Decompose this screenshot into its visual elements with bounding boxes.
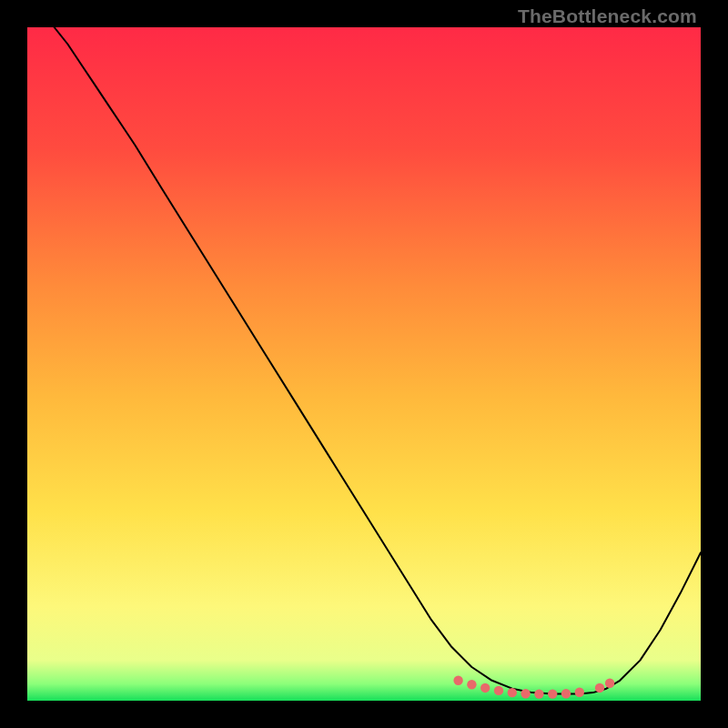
gradient-background bbox=[27, 27, 701, 701]
highlight-dot bbox=[521, 689, 530, 698]
highlight-dot bbox=[534, 689, 543, 698]
highlight-dot bbox=[480, 683, 490, 693]
highlight-dot bbox=[494, 686, 503, 695]
plot-frame bbox=[27, 27, 701, 701]
highlight-dot bbox=[605, 679, 614, 688]
highlight-dot bbox=[548, 689, 557, 698]
bottleneck-chart bbox=[27, 27, 701, 701]
highlight-dot bbox=[595, 683, 604, 693]
highlight-dot bbox=[508, 688, 517, 697]
highlight-dot bbox=[575, 688, 584, 697]
highlight-dot bbox=[453, 676, 462, 685]
highlight-dot bbox=[467, 680, 476, 689]
highlight-dot bbox=[561, 689, 571, 698]
watermark-text: TheBottleneck.com bbox=[518, 5, 697, 27]
